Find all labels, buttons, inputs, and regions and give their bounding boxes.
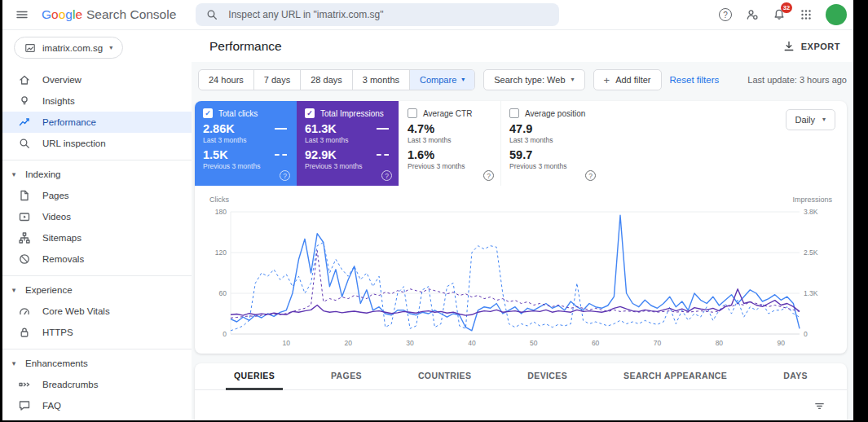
notification-badge: 32 <box>781 2 792 13</box>
metrics-chart-panel: ✓ Total clicks 2.86K Last 3 months 1.5K … <box>195 101 847 354</box>
metric-card-total-impressions[interactable]: ✓ Total Impressions 61.3K Last 3 months … <box>297 101 399 186</box>
metric-help-icon[interactable]: ? <box>483 170 494 181</box>
add-filter-button[interactable]: + Add filter <box>593 69 662 90</box>
solid-line-marker <box>275 128 287 130</box>
sidebar-item-removals[interactable]: Removals <box>2 248 192 270</box>
sidebar-item-https[interactable]: HTTPS <box>2 322 192 343</box>
chevron-down-icon: ▾ <box>822 116 826 123</box>
page-header: Performance EXPORT <box>192 30 853 62</box>
metric-help-icon[interactable]: ? <box>280 170 290 181</box>
metric-label: Average CTR <box>423 109 472 118</box>
metric-label: Average position <box>525 109 585 118</box>
range-chip-3-months[interactable]: 3 months <box>353 70 410 90</box>
main-content: Performance EXPORT 24 hours7 days28 days… <box>192 30 853 420</box>
solid-line-marker <box>377 128 389 130</box>
svg-text:0: 0 <box>223 330 227 338</box>
chevron-down-icon: ▾ <box>10 360 18 367</box>
sitemap-icon <box>18 231 31 244</box>
range-chip-7-days[interactable]: 7 days <box>254 70 301 90</box>
sidebar-item-faq[interactable]: FAQ <box>2 395 192 416</box>
apps-grid-icon[interactable] <box>794 2 818 27</box>
hamburger-menu-icon[interactable] <box>9 2 35 28</box>
sidebar-item-performance[interactable]: Performance <box>2 112 192 133</box>
sidebar-item-videos[interactable]: Videos <box>2 206 192 227</box>
svg-text:1.3K: 1.3K <box>804 289 818 297</box>
chevron-down-icon: ▾ <box>461 77 465 83</box>
filter-rows-icon[interactable] <box>808 394 831 417</box>
home-icon <box>18 73 31 86</box>
content-scroll: 24 hours7 days28 days3 monthsCompare▾ Se… <box>192 62 853 420</box>
sidebar-item-insights[interactable]: Insights <box>2 90 192 112</box>
metric-prev-period: Previous 3 months <box>408 162 492 170</box>
topbar-actions: ? 32 <box>713 2 847 27</box>
url-inspect-searchbar[interactable] <box>196 3 559 26</box>
property-selector[interactable]: imatrix.com.sg ▾ <box>14 37 123 59</box>
sidebar-section-indexing[interactable]: ▾Indexing <box>2 164 192 185</box>
sidebar-item-core-web-vitals[interactable]: Core Web Vitals <box>2 301 192 322</box>
tab-devices[interactable]: DEVICES <box>519 363 575 390</box>
sidebar-item-sitemaps[interactable]: Sitemaps <box>2 227 192 248</box>
metric-value: 2.86K <box>203 122 289 135</box>
metric-checkbox[interactable] <box>408 108 417 118</box>
sidebar-item-label: Sitemaps <box>42 233 82 243</box>
sidebar-item-label: Insights <box>42 96 75 106</box>
metric-prev-value: 1.6% <box>408 148 492 161</box>
metric-checkbox[interactable]: ✓ <box>305 108 315 118</box>
granularity-select[interactable]: Daily ▾ <box>786 109 835 130</box>
faq-icon <box>18 399 31 412</box>
metric-prev-period: Previous 3 months <box>305 162 390 170</box>
reset-filters-link[interactable]: Reset filters <box>670 75 720 85</box>
tab-days[interactable]: DAYS <box>775 363 816 390</box>
range-chip-28-days[interactable]: 28 days <box>301 70 353 90</box>
metric-help-icon[interactable]: ? <box>381 170 392 181</box>
tab-countries[interactable]: COUNTRIES <box>410 363 479 390</box>
compare-chip[interactable]: Compare▾ <box>410 70 474 90</box>
notifications-bell-icon[interactable]: 32 <box>767 2 791 27</box>
metric-card-average-position[interactable]: Average position 47.9 Last 3 months 59.7… <box>500 101 602 186</box>
sidebar-section-experience[interactable]: ▾Experience <box>2 279 192 301</box>
svg-text:70: 70 <box>654 339 662 347</box>
metric-checkbox[interactable] <box>509 108 519 118</box>
sidebar-item-label: Pages <box>42 191 69 200</box>
sidebar-item-pages[interactable]: Pages <box>2 185 192 206</box>
metric-period: Last 3 months <box>203 136 289 144</box>
chart-canvas[interactable]: 1803.8K1202.5K601.3K00102030405060708090 <box>208 205 834 352</box>
metric-prev-period: Previous 3 months <box>509 162 594 170</box>
search-type-chip[interactable]: Search type: Web ▾ <box>483 69 584 90</box>
metric-checkbox[interactable]: ✓ <box>203 108 213 118</box>
tab-pages[interactable]: PAGES <box>323 363 370 390</box>
search-icon <box>205 8 218 21</box>
sidebar-item-url-inspection[interactable]: URL inspection <box>2 133 192 154</box>
performance-chart: Clicks Impressions 1803.8K1202.5K601.3K0… <box>195 186 847 354</box>
app-logo: Google Search Console <box>42 7 176 22</box>
performance-icon <box>18 116 31 129</box>
metric-help-icon[interactable]: ? <box>585 170 596 181</box>
sidebar-section-label: Enhancements <box>25 358 88 368</box>
sidebar-item-breadcrumbs[interactable]: Breadcrumbs <box>2 374 192 395</box>
sidebar-item-label: HTTPS <box>42 327 73 337</box>
sidebar-section-enhancements[interactable]: ▾Enhancements <box>2 353 192 374</box>
left-axis-label: Clicks <box>209 196 229 204</box>
download-icon <box>782 40 795 53</box>
sidebar-item-overview[interactable]: Overview <box>2 69 192 90</box>
page-title: Performance <box>209 39 282 54</box>
svg-text:90: 90 <box>778 339 786 347</box>
export-button[interactable]: EXPORT <box>778 37 845 56</box>
user-settings-icon[interactable] <box>740 2 764 27</box>
metric-cards-row: ✓ Total clicks 2.86K Last 3 months 1.5K … <box>195 101 847 186</box>
block-icon <box>18 253 31 266</box>
plus-icon: + <box>604 74 610 86</box>
sidebar-divider <box>2 160 192 160</box>
tab-search-appearance[interactable]: SEARCH APPEARANCE <box>615 363 735 390</box>
metric-card-total-clicks[interactable]: ✓ Total clicks 2.86K Last 3 months 1.5K … <box>195 101 297 186</box>
tab-queries[interactable]: QUERIES <box>226 363 283 390</box>
metric-card-average-ctr[interactable]: Average CTR 4.7% Last 3 months 1.6% Prev… <box>399 101 500 186</box>
range-chip-24-hours[interactable]: 24 hours <box>199 70 254 90</box>
help-icon[interactable]: ? <box>713 2 738 27</box>
url-inspect-input[interactable] <box>227 8 549 21</box>
lock-icon <box>18 326 31 339</box>
metric-prev-period: Previous 3 months <box>203 162 289 170</box>
sidebar-item-label: URL inspection <box>42 138 106 148</box>
video-icon <box>18 210 31 223</box>
avatar[interactable] <box>826 4 847 25</box>
